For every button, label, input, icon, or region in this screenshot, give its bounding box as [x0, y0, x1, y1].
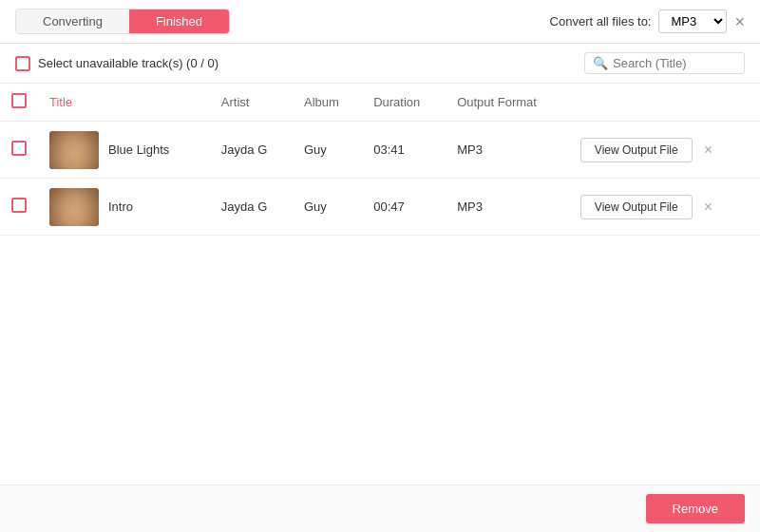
header-duration: Duration — [362, 84, 446, 122]
table-row: Intro Jayda G Guy 00:47 MP3 View Output … — [0, 179, 760, 236]
search-icon: 🔍 — [593, 56, 608, 70]
row-checkbox-cell — [0, 122, 38, 179]
row-duration: 03:41 — [362, 122, 446, 179]
tab-converting[interactable]: Converting — [16, 10, 129, 33]
convert-all-section: Convert all files to: MP3 MP4 AAC FLAC W… — [550, 10, 745, 33]
search-wrap: 🔍 — [584, 52, 745, 74]
header-artist: Artist — [210, 84, 293, 122]
table-row: Blue Lights Jayda G Guy 03:41 MP3 View O… — [0, 122, 760, 179]
remove-row-button-1[interactable]: × — [700, 197, 716, 218]
row-actions: View Output File × — [569, 179, 760, 236]
row-title-cell: Blue Lights — [38, 122, 210, 179]
row-checkbox-0[interactable] — [11, 141, 27, 156]
tab-group: Converting Finished — [15, 9, 230, 34]
select-all-checkbox[interactable] — [11, 93, 27, 108]
header-album: Album — [293, 84, 362, 122]
close-button[interactable]: × — [734, 13, 745, 30]
view-output-button-1[interactable]: View Output File — [580, 195, 693, 219]
select-unavailable-label: Select unavailable track(s) (0 / 0) — [38, 56, 218, 70]
row-output-format: MP3 — [446, 179, 569, 236]
row-album: Guy — [293, 122, 362, 179]
remove-button[interactable]: Remove — [646, 494, 745, 523]
row-title-cell: Intro — [38, 179, 210, 236]
row-title: Blue Lights — [108, 142, 169, 157]
format-select[interactable]: MP3 MP4 AAC FLAC WAV — [658, 10, 727, 33]
convert-all-label: Convert all files to: — [550, 14, 652, 28]
header-checkbox-col — [0, 84, 38, 122]
row-actions: View Output File × — [569, 122, 760, 179]
row-artist: Jayda G — [210, 179, 293, 236]
track-thumbnail-1 — [49, 188, 99, 226]
track-thumbnail-0 — [49, 131, 99, 169]
row-album: Guy — [293, 179, 362, 236]
top-bar: Converting Finished Convert all files to… — [0, 0, 760, 44]
header-title: Title — [38, 84, 210, 122]
table-header-row: Title Artist Album Duration Output Forma… — [0, 84, 760, 122]
row-artist: Jayda G — [210, 122, 293, 179]
row-checkbox-1[interactable] — [11, 198, 27, 213]
row-title: Intro — [108, 200, 133, 214]
search-input[interactable] — [613, 56, 736, 70]
bottom-bar: Remove — [0, 484, 760, 532]
view-output-button-0[interactable]: View Output File — [580, 138, 693, 162]
select-unavailable-checkbox[interactable] — [15, 56, 30, 71]
select-unavailable-section: Select unavailable track(s) (0 / 0) — [15, 56, 218, 71]
track-table-container: Title Artist Album Duration Output Forma… — [0, 84, 760, 484]
row-checkbox-cell — [0, 179, 38, 236]
tab-finished[interactable]: Finished — [129, 10, 229, 33]
row-output-format: MP3 — [446, 122, 569, 179]
row-duration: 00:47 — [362, 179, 446, 236]
header-output-format: Output Format — [446, 84, 569, 122]
remove-row-button-0[interactable]: × — [700, 140, 716, 161]
header-actions — [569, 84, 760, 122]
track-table: Title Artist Album Duration Output Forma… — [0, 84, 760, 236]
filter-bar: Select unavailable track(s) (0 / 0) 🔍 — [0, 44, 760, 84]
